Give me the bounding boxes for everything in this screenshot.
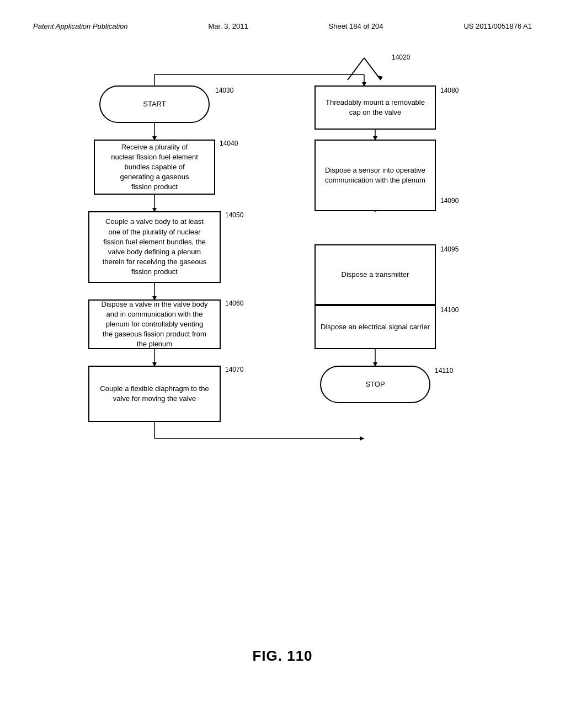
zigzag-icon xyxy=(342,52,386,85)
continuation-mark xyxy=(342,52,386,89)
page: Patent Application Publication Mar. 3, 2… xyxy=(0,0,565,728)
node-14095: Dispose a transmitter xyxy=(315,244,436,305)
header-patent: US 2011/0051876 A1 xyxy=(463,22,532,30)
ref-14090: 14090 xyxy=(440,197,459,205)
header-date: Mar. 3, 2011 xyxy=(208,22,248,30)
ref-14020: 14020 xyxy=(392,53,410,61)
ref-14050: 14050 xyxy=(225,211,243,219)
figure-caption: FIG. 110 xyxy=(252,647,312,665)
ref-14100: 14100 xyxy=(440,306,459,314)
ref-14080: 14080 xyxy=(440,87,459,94)
node-14050: Couple a valve body to at least one of t… xyxy=(88,211,221,283)
ref-start: 14030 xyxy=(215,87,233,94)
node-14040: Receive a plurality of nuclear fission f… xyxy=(94,140,215,195)
stop-node: STOP xyxy=(320,366,430,403)
ref-14060: 14060 xyxy=(225,299,243,307)
start-node: START xyxy=(99,85,210,123)
node-14100: Dispose an electrical signal carrier xyxy=(315,305,436,349)
ref-stop: 14110 xyxy=(435,367,453,374)
page-header: Patent Application Publication Mar. 3, 2… xyxy=(33,22,532,30)
diagram-area: START 14030 Receive a plurality of nucle… xyxy=(33,41,532,648)
node-14070: Couple a flexible diaphragm to the valve… xyxy=(88,366,221,422)
ref-14070: 14070 xyxy=(225,366,243,373)
svg-line-25 xyxy=(348,58,364,80)
node-14080: Threadably mount a removable cap on the … xyxy=(315,85,436,130)
header-publication: Patent Application Publication xyxy=(33,22,128,30)
ref-14095: 14095 xyxy=(440,245,459,253)
svg-marker-10 xyxy=(360,436,364,441)
header-sheet: Sheet 184 of 204 xyxy=(329,22,383,30)
ref-14040: 14040 xyxy=(220,140,238,147)
node-14060: Dispose a valve in the valve body and in… xyxy=(88,299,221,349)
node-14090: Dispose a sensor into operative communic… xyxy=(315,140,436,211)
